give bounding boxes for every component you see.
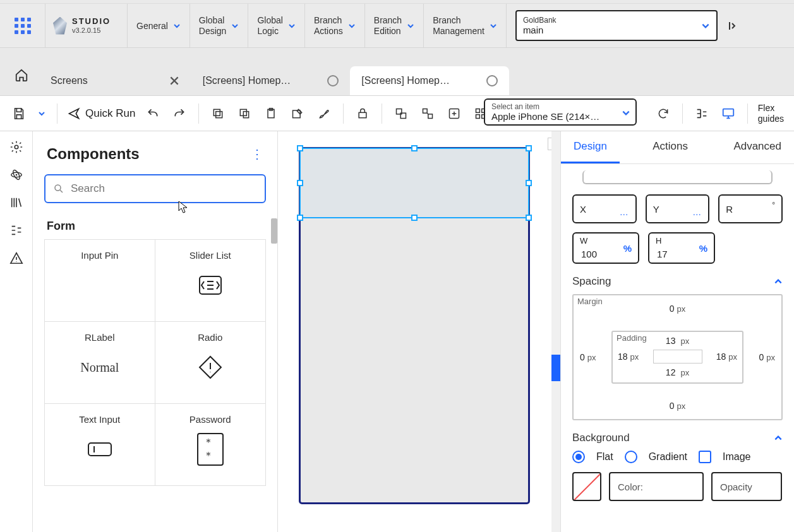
warning-icon[interactable] — [9, 251, 23, 265]
paste-button[interactable] — [262, 105, 280, 122]
margin-top[interactable]: 0 — [670, 304, 675, 314]
refresh-button[interactable] — [654, 105, 672, 122]
close-icon[interactable] — [169, 75, 180, 86]
cut-button[interactable] — [236, 105, 253, 122]
tab-homepage-2[interactable]: [Screens] Homep… — [350, 66, 509, 95]
resize-handle-tr[interactable] — [526, 145, 532, 151]
component-label: Slider List — [189, 250, 231, 261]
lock-button[interactable] — [354, 105, 371, 122]
component-slider-list[interactable]: Slider List — [155, 240, 267, 322]
menu-branch-edition[interactable]: Branch Edition — [365, 4, 424, 47]
library-icon[interactable] — [9, 196, 23, 210]
flex-guides-toggle[interactable]: Flex guides — [758, 103, 784, 123]
background-section-header[interactable]: Background — [572, 432, 783, 444]
margin-left[interactable]: 0 — [580, 352, 585, 362]
duplicate-icon — [238, 107, 251, 120]
component-text-input[interactable]: Text Input — [44, 404, 155, 486]
panel-more-button[interactable]: ⋮ — [251, 146, 263, 162]
tab-design[interactable]: Design — [561, 131, 620, 163]
device-picker-value: Apple iPhone SE (214×… — [491, 111, 629, 122]
brush-button[interactable] — [315, 105, 333, 122]
bg-flat-radio[interactable] — [572, 451, 585, 463]
margin-bottom[interactable]: 0 — [670, 401, 675, 411]
padding-bottom[interactable]: 12 — [666, 367, 676, 377]
svg-point-18 — [15, 145, 18, 149]
padding-right[interactable]: 18 — [716, 352, 726, 362]
resize-handle-tm[interactable] — [411, 145, 418, 151]
tab-label: [Screens] Homep… — [361, 75, 450, 86]
tab-homepage-1[interactable]: [Screens] Homep… — [191, 66, 351, 95]
unsaved-indicator-icon — [327, 75, 339, 86]
component-password[interactable]: Password ＊＊ — [155, 404, 267, 486]
canvas-scroll-thumb[interactable] — [551, 355, 560, 381]
pos-y-input[interactable]: Y… — [646, 194, 710, 223]
padding-top[interactable]: 13 — [666, 336, 676, 346]
rlabel-icon: Normal — [87, 354, 113, 381]
copy-button[interactable] — [209, 105, 227, 122]
section-form-title: Form — [33, 211, 277, 237]
menu-branch-actions[interactable]: Branch Actions — [305, 4, 365, 47]
resize-handle-bm[interactable] — [411, 215, 418, 221]
atom-icon[interactable] — [9, 168, 23, 182]
menu-global-logic[interactable]: Global Logic — [248, 4, 304, 47]
quick-run-button[interactable]: Quick Run — [68, 107, 135, 120]
tab-advanced[interactable]: Advanced — [721, 131, 794, 163]
branch-selector[interactable]: GoldBank main — [515, 10, 718, 41]
outline-icon[interactable] — [9, 223, 23, 237]
device-picker[interactable]: Select an item Apple iPhone SE (214×… — [484, 98, 637, 126]
undo-button[interactable] — [144, 105, 162, 122]
bg-gradient-radio[interactable] — [625, 451, 637, 463]
padding-left[interactable]: 18 — [618, 352, 628, 362]
resize-handle-mr[interactable] — [526, 180, 532, 186]
width-input[interactable]: W100% — [572, 232, 639, 264]
add-button[interactable] — [445, 105, 463, 122]
rotation-input[interactable]: R° — [718, 194, 783, 223]
gear-icon[interactable] — [9, 140, 23, 154]
pos-x-input[interactable]: X… — [572, 194, 637, 223]
menu-branch-management[interactable]: Branch Management — [424, 4, 507, 47]
bg-image-checkbox[interactable] — [699, 451, 711, 463]
menu-global-design[interactable]: Global Design — [190, 4, 249, 47]
group-button[interactable] — [392, 105, 410, 122]
edit-button[interactable] — [289, 105, 306, 122]
monitor-icon — [721, 107, 735, 121]
component-rlabel[interactable]: RLabel Normal — [44, 322, 155, 404]
canvas[interactable] — [278, 131, 560, 532]
ungroup-button[interactable] — [419, 105, 436, 122]
tab-screens[interactable]: Screens — [39, 66, 191, 95]
padding-center-input[interactable] — [653, 350, 702, 364]
bg-opacity-input[interactable]: Opacity — [711, 472, 782, 501]
resize-handle-bl[interactable] — [297, 215, 303, 221]
collapse-panel-button[interactable] — [724, 4, 743, 47]
search-input[interactable] — [71, 182, 257, 195]
margin-right[interactable]: 0 — [759, 352, 764, 362]
tab-actions[interactable]: Actions — [620, 131, 721, 163]
home-button[interactable] — [9, 62, 34, 88]
toolbar: Quick Run Select an item Apple iPhone SE… — [0, 96, 794, 131]
spacing-section-header[interactable]: Spacing — [572, 275, 783, 288]
component-radio[interactable]: Radio — [155, 322, 267, 404]
bg-color-input[interactable]: Color: — [609, 472, 704, 501]
resize-handle-tl[interactable] — [297, 145, 303, 151]
panel-title: Components — [47, 145, 140, 163]
scrollbar-thumb[interactable] — [271, 218, 277, 244]
canvas-scrollbar[interactable] — [551, 131, 560, 532]
bg-color-swatch[interactable] — [572, 472, 601, 501]
inspector-panel: Design Actions Advanced X… Y… R° W100% H… — [560, 131, 794, 532]
component-input-pin[interactable]: Input Pin — [44, 240, 155, 322]
tree-button[interactable] — [693, 105, 711, 122]
preview-button[interactable] — [719, 105, 737, 122]
save-button[interactable] — [10, 105, 28, 122]
text-input-icon — [87, 440, 113, 458]
apps-button[interactable] — [0, 4, 45, 47]
search-input-wrap[interactable] — [44, 174, 266, 203]
save-dropdown[interactable] — [37, 105, 47, 122]
resize-handle-br[interactable] — [526, 215, 532, 221]
menu-general[interactable]: General — [128, 4, 190, 47]
menu-label: Branch Actions — [314, 15, 343, 35]
resize-handle-ml[interactable] — [297, 180, 303, 186]
selection-box[interactable] — [299, 148, 529, 218]
redo-button[interactable] — [171, 105, 188, 122]
collapsed-section[interactable] — [582, 170, 773, 184]
height-input[interactable]: H17% — [648, 232, 715, 264]
